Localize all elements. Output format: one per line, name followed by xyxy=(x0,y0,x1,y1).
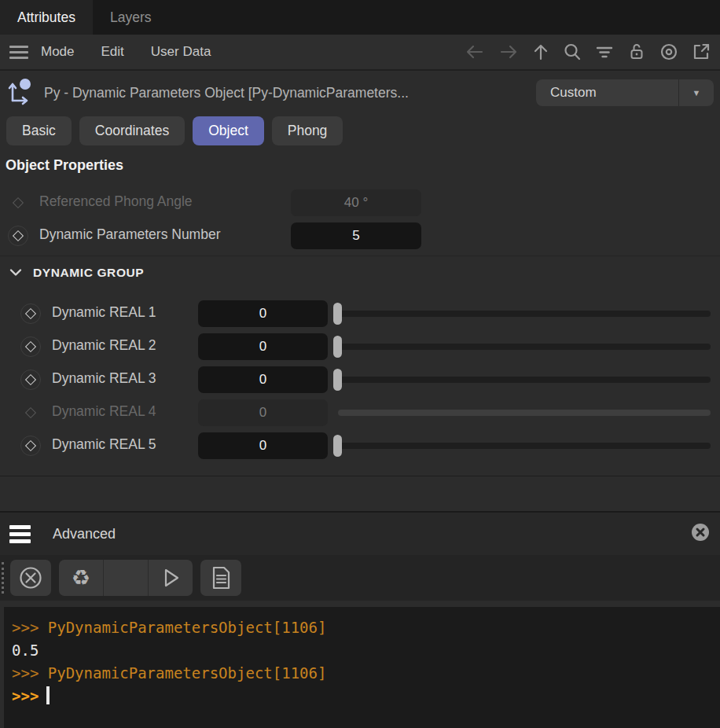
dynamic-group-header[interactable]: DYNAMIC GROUP xyxy=(9,266,144,280)
console-input-line[interactable]: >>> xyxy=(12,685,720,708)
param-label: Dynamic REAL 4 xyxy=(52,403,156,420)
dynamic-group-label: DYNAMIC GROUP xyxy=(33,266,144,280)
reload-icon-button[interactable]: ♻ xyxy=(59,560,104,596)
animation-diamond-icon[interactable] xyxy=(8,226,28,246)
param-label: Dynamic REAL 3 xyxy=(52,370,156,387)
console-title: Advanced xyxy=(53,526,690,542)
divider xyxy=(0,476,720,476)
forward-icon[interactable] xyxy=(498,42,519,61)
param-row-dynamic-parameters-number: Dynamic Parameters Number 5 xyxy=(0,222,720,249)
lock-icon[interactable] xyxy=(627,42,646,61)
param-label: Referenced Phong Angle xyxy=(39,193,193,210)
param-slider[interactable] xyxy=(333,333,711,360)
param-slider[interactable] xyxy=(333,300,711,327)
param-value-field[interactable]: 0 xyxy=(198,300,328,327)
animation-diamond-icon[interactable] xyxy=(20,336,41,357)
param-label: Dynamic Parameters Number xyxy=(39,226,220,243)
python-console[interactable]: >>> PyDynamicParametersObject[1106] 0.5 … xyxy=(4,607,720,728)
console-toolbar: ♻ xyxy=(0,555,720,601)
animation-diamond-icon[interactable] xyxy=(20,436,41,456)
slider-handle[interactable] xyxy=(333,336,342,358)
console-line: 0.5 xyxy=(12,639,720,662)
preset-value: Custom xyxy=(536,79,678,106)
chevron-down-icon[interactable] xyxy=(9,266,22,280)
param-value-field: 40 ° xyxy=(291,189,421,216)
menu-user-data[interactable]: User Data xyxy=(151,44,211,60)
console-header: Advanced xyxy=(0,511,720,555)
animation-diamond-icon[interactable] xyxy=(20,370,41,390)
record-target-icon[interactable] xyxy=(659,42,678,61)
empty-button[interactable] xyxy=(104,560,149,596)
open-script-button[interactable] xyxy=(200,560,241,596)
preset-dropdown[interactable]: Custom ▼ xyxy=(536,79,714,106)
animation-diamond-icon[interactable] xyxy=(20,403,41,423)
param-row-dynamic-real-1: Dynamic REAL 1 0 xyxy=(0,300,720,327)
section-tabs: Basic Coordinates Object Phong xyxy=(6,116,343,145)
param-row-referenced-phong-angle: Referenced Phong Angle 40 ° xyxy=(0,189,720,216)
slider-handle[interactable] xyxy=(333,435,342,457)
console-line: >>> PyDynamicParametersObject[1106] xyxy=(12,616,720,639)
tab-object[interactable]: Object xyxy=(193,116,264,145)
menu-hamburger-icon[interactable] xyxy=(9,46,28,59)
console-menu-hamburger-icon[interactable] xyxy=(9,525,31,543)
param-slider xyxy=(333,399,711,426)
up-arrow-icon[interactable] xyxy=(532,42,549,61)
param-label: Dynamic REAL 5 xyxy=(52,436,156,453)
menu-mode[interactable]: Mode xyxy=(41,44,75,60)
drag-handle[interactable] xyxy=(2,562,6,594)
menu-edit[interactable]: Edit xyxy=(101,44,124,60)
param-row-dynamic-real-5: Dynamic REAL 5 0 xyxy=(0,432,720,459)
object-properties-heading: Object Properties xyxy=(6,157,123,174)
divider xyxy=(0,256,720,256)
param-row-dynamic-real-3: Dynamic REAL 3 0 xyxy=(0,366,720,393)
console-button-group: ♻ xyxy=(59,560,193,596)
param-value-field[interactable]: 5 xyxy=(291,222,421,249)
object-header: Py - Dynamic Parameters Object [Py-Dynam… xyxy=(0,74,720,112)
tab-basic[interactable]: Basic xyxy=(6,116,72,145)
panel-tabstrip: Attributes Layers xyxy=(0,0,720,35)
python-generator-icon xyxy=(6,77,33,108)
param-label: Dynamic REAL 1 xyxy=(52,304,156,321)
chevron-down-icon[interactable]: ▼ xyxy=(678,79,714,106)
param-row-dynamic-real-4: Dynamic REAL 4 0 xyxy=(0,399,720,426)
param-label: Dynamic REAL 2 xyxy=(52,337,156,354)
clear-console-button[interactable] xyxy=(10,560,51,596)
param-slider[interactable] xyxy=(333,432,711,459)
animation-diamond-icon[interactable] xyxy=(20,303,41,324)
tab-coordinates[interactable]: Coordinates xyxy=(79,116,185,145)
animation-diamond-icon[interactable] xyxy=(8,193,28,213)
param-row-dynamic-real-2: Dynamic REAL 2 0 xyxy=(0,333,720,360)
tab-attributes[interactable]: Attributes xyxy=(0,0,93,35)
search-icon[interactable] xyxy=(563,42,582,61)
text-cursor xyxy=(46,686,50,704)
param-value-field: 0 xyxy=(198,399,328,426)
tab-layers[interactable]: Layers xyxy=(93,0,169,35)
back-icon[interactable] xyxy=(465,42,485,61)
attribute-manager-window: Attributes Layers Mode Edit User Data xyxy=(0,0,720,728)
console-line: >>> PyDynamicParametersObject[1106] xyxy=(12,662,720,685)
menubar: Mode Edit User Data xyxy=(0,35,720,71)
param-value-field[interactable]: 0 xyxy=(198,333,328,360)
open-external-icon[interactable] xyxy=(692,42,711,61)
slider-handle[interactable] xyxy=(333,369,342,391)
object-title: Py - Dynamic Parameters Object [Py-Dynam… xyxy=(44,85,536,101)
tab-phong[interactable]: Phong xyxy=(272,116,343,145)
recycle-icon: ♻ xyxy=(72,568,90,589)
param-value-field[interactable]: 0 xyxy=(198,366,328,393)
close-icon[interactable] xyxy=(690,522,711,546)
param-value-field[interactable]: 0 xyxy=(198,432,328,459)
run-script-button[interactable] xyxy=(149,560,193,596)
filter-icon[interactable] xyxy=(595,42,614,61)
param-slider[interactable] xyxy=(333,366,711,393)
slider-handle[interactable] xyxy=(333,303,342,325)
